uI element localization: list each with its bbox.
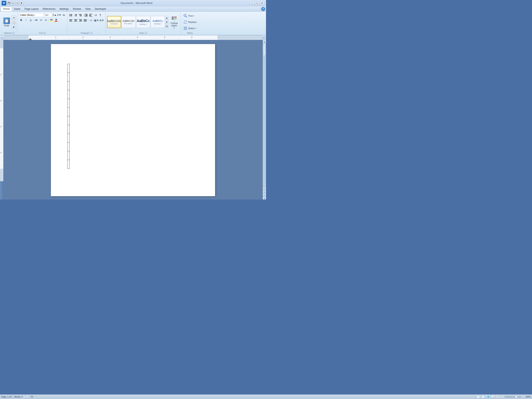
scroll-next-page[interactable]: ⊙ [263, 194, 266, 196]
scroll-select-browse[interactable]: ● [263, 190, 266, 193]
cut-button[interactable]: ✂ [12, 15, 16, 19]
table-row[interactable] [68, 90, 70, 99]
table-cell[interactable] [68, 99, 70, 108]
menu-review[interactable]: Review [71, 7, 83, 11]
styles-scroll-up[interactable]: ▲ [165, 16, 169, 20]
scroll-prev-page[interactable]: ⊙ [263, 187, 266, 190]
document-page[interactable] [51, 44, 215, 196]
table-row[interactable] [68, 125, 70, 134]
superscript-button[interactable]: x2 [44, 18, 48, 22]
text-highlight-button[interactable]: ab [49, 18, 54, 22]
table-cell[interactable] [68, 116, 70, 125]
ruler-right-button[interactable]: ⊡ [261, 35, 266, 40]
font-name-box[interactable]: Calibri (Body) ▼ [19, 13, 44, 17]
table-row[interactable] [68, 99, 70, 108]
borders-button[interactable]: ⊞▼ [99, 18, 104, 23]
menu-mailings[interactable]: Mailings [57, 7, 71, 11]
decrease-indent-button[interactable] [84, 13, 88, 18]
save-button[interactable]: 💾 [7, 1, 11, 5]
styles-expand[interactable]: ⊞ [165, 24, 169, 28]
style-heading1[interactable]: AaBbCc Heading 1 [136, 16, 150, 28]
font-shrink-button[interactable]: A▼ [57, 13, 61, 17]
find-button[interactable]: Find ▼ [182, 13, 196, 19]
menu-insert[interactable]: Insert [12, 7, 22, 11]
change-styles-button[interactable]: ChangeStyles ▼ [169, 14, 179, 30]
align-center-button[interactable] [73, 18, 78, 23]
menu-page-layout[interactable]: Page Layout [22, 7, 40, 11]
styles-scroll-down[interactable]: ▼ [165, 20, 169, 24]
undo-button[interactable]: ↩ [11, 1, 15, 5]
table-row[interactable] [68, 160, 70, 169]
table-row[interactable] [68, 134, 70, 143]
style-normal[interactable]: AaBbCcDc ¶ Normal [107, 16, 121, 28]
bold-button[interactable]: B [19, 18, 24, 22]
table-row[interactable] [68, 73, 70, 82]
increase-indent-button[interactable] [89, 13, 93, 18]
document-table[interactable] [68, 64, 70, 169]
table-row[interactable] [68, 82, 70, 90]
table-cell[interactable] [68, 151, 70, 160]
clipboard-expand[interactable]: ↘ [13, 32, 14, 34]
close-button[interactable]: ✕ [260, 1, 264, 5]
table-row[interactable] [68, 108, 70, 116]
table-cell[interactable] [68, 64, 70, 73]
vertical-scrollbar[interactable]: ▲ ⊙ ● ⊙ ▼ [263, 40, 266, 200]
table-cell[interactable] [68, 160, 70, 169]
styles-expand-btn[interactable]: ↘ [145, 32, 147, 34]
multilevel-list-button[interactable] [78, 13, 83, 18]
table-cell[interactable] [68, 125, 70, 134]
bullets-button[interactable] [69, 13, 73, 18]
copy-button[interactable]: 📋 [12, 20, 16, 24]
table-cell[interactable] [68, 90, 70, 99]
font-case-button[interactable]: Aa [62, 13, 66, 17]
style-heading2[interactable]: AaBbCc Heading 2 [151, 16, 165, 28]
line-spacing-button[interactable]: ↕≡ [89, 18, 93, 23]
scroll-track[interactable] [263, 43, 266, 187]
format-painter-button[interactable]: 🖌 [12, 25, 16, 29]
align-right-button[interactable] [78, 18, 83, 23]
show-marks-button[interactable]: ¶ [98, 13, 103, 18]
align-left-button[interactable] [69, 18, 73, 23]
redo-button[interactable]: ↪ [15, 1, 19, 5]
table-cell[interactable] [68, 73, 70, 82]
paste-button[interactable]: 📋 Paste [2, 17, 11, 28]
scroll-thumb[interactable] [263, 43, 266, 56]
table-row[interactable] [68, 64, 70, 73]
font-grow-button[interactable]: A▲ [53, 13, 57, 17]
table-cell[interactable] [68, 134, 70, 143]
menu-home[interactable]: Home [1, 7, 12, 11]
italic-button[interactable]: I [24, 18, 28, 22]
select-button[interactable]: Select ▼ [182, 25, 198, 31]
subscript-button[interactable]: x2 [39, 18, 44, 22]
replace-button[interactable]: Replace [182, 19, 197, 25]
menu-references[interactable]: References [40, 7, 57, 11]
justify-button[interactable] [83, 18, 88, 23]
svg-rect-19 [85, 16, 88, 16]
font-color-button[interactable]: A [54, 18, 58, 22]
customize-quick-access-button[interactable]: ▼ [19, 1, 23, 5]
minimize-button[interactable]: ─ [250, 1, 254, 5]
table-row[interactable] [68, 151, 70, 160]
font-size-box[interactable]: 11 ▼ [44, 13, 52, 17]
menu-developer[interactable]: Developer [93, 7, 108, 11]
numbering-button[interactable]: 1.2.3. [73, 13, 78, 18]
ruler-tab-selector[interactable]: L [0, 35, 5, 40]
table-cell[interactable] [68, 82, 70, 90]
scroll-up-arrow[interactable]: ▲ [263, 40, 266, 43]
menu-view[interactable]: View [83, 7, 93, 11]
table-cell[interactable] [68, 108, 70, 116]
scroll-down-arrow[interactable]: ▼ [263, 197, 266, 200]
strikethrough-button[interactable]: ab [34, 18, 39, 22]
table-cell[interactable] [68, 143, 70, 151]
paragraph-expand[interactable]: ↘ [90, 32, 92, 34]
underline-button[interactable]: U [28, 18, 33, 22]
table-row[interactable] [68, 116, 70, 125]
style-no-spacing[interactable]: AaBbCcDc ¶ No Spaci... [121, 16, 136, 28]
maximize-button[interactable]: □ [255, 1, 259, 5]
shading-button[interactable]: ▦▼ [94, 18, 99, 23]
table-row[interactable] [68, 143, 70, 151]
sort-button[interactable]: ↕A [93, 13, 98, 18]
font-expand[interactable]: ↘ [44, 32, 46, 34]
help-icon[interactable]: ? [261, 7, 265, 11]
document-area[interactable] [3, 40, 263, 200]
